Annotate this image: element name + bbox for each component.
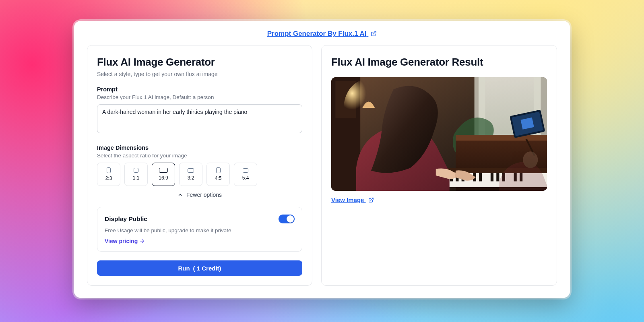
aspect-ratio-2-3[interactable]: 2:3 — [97, 163, 120, 186]
app-window: Prompt Generator By Flux.1 AI Flux AI Im… — [74, 21, 570, 298]
aspect-ratio-1-1[interactable]: 1:1 — [124, 163, 148, 186]
run-button-credits: ( 1 Credit) — [193, 265, 221, 272]
view-pricing-link[interactable]: View pricing — [105, 238, 145, 244]
dimensions-section: Image Dimensions Select the aspect ratio… — [97, 144, 302, 198]
ratio-label: 3:2 — [188, 175, 194, 181]
ratio-shape-icon — [107, 167, 111, 173]
ratio-shape-icon — [159, 168, 168, 173]
ratio-label: 5:4 — [242, 175, 249, 181]
generator-subtitle: Select a style, type to get your own flu… — [97, 71, 302, 77]
ratio-shape-icon — [134, 168, 138, 173]
dimensions-help: Select the aspect ratio for your image — [97, 153, 302, 159]
toggle-knob — [287, 215, 294, 223]
prompt-label: Prompt — [97, 86, 302, 93]
ratio-label: 4:5 — [215, 175, 222, 181]
external-link-icon — [368, 197, 374, 203]
svg-point-30 — [523, 151, 538, 168]
svg-line-31 — [370, 198, 373, 200]
prompt-help: Describe your Flux.1 AI image, Default: … — [97, 94, 302, 100]
aspect-ratio-4-5[interactable]: 4:5 — [206, 163, 230, 186]
arrow-right-icon — [139, 238, 145, 244]
prompt-generator-link-label: Prompt Generator By Flux.1 AI — [267, 30, 367, 37]
dimensions-label: Image Dimensions — [97, 144, 302, 151]
prompt-generator-link[interactable]: Prompt Generator By Flux.1 AI — [267, 30, 377, 37]
view-image-link[interactable]: View Image — [331, 196, 374, 203]
run-button-label: Run — [178, 265, 190, 272]
display-public-box: Display Public Free Usage will be public… — [97, 207, 302, 252]
columns: Flux AI Image Generator Select a style, … — [87, 45, 557, 286]
result-card: Flux AI Image Generator Result — [321, 45, 557, 286]
ratio-shape-icon — [216, 167, 221, 173]
aspect-ratio-3-2[interactable]: 3:2 — [179, 163, 202, 186]
result-image — [331, 77, 547, 191]
view-image-label: View Image — [331, 196, 364, 203]
prompt-section: Prompt Describe your Flux.1 AI image, De… — [97, 86, 302, 135]
display-public-toggle[interactable] — [279, 215, 295, 223]
svg-rect-20 — [496, 172, 499, 182]
svg-rect-10 — [456, 135, 547, 140]
header-link-row: Prompt Generator By Flux.1 AI — [87, 30, 557, 38]
prompt-input[interactable] — [97, 104, 302, 133]
svg-rect-19 — [491, 172, 493, 182]
aspect-ratio-group: 2:31:116:93:24:55:4 — [97, 163, 302, 186]
fewer-options-label: Fewer options — [186, 192, 222, 198]
svg-rect-18 — [479, 172, 482, 182]
chevron-up-icon — [178, 192, 183, 198]
aspect-ratio-16-9[interactable]: 16:9 — [152, 163, 175, 186]
external-link-icon — [371, 31, 377, 37]
ratio-label: 2:3 — [105, 175, 112, 181]
display-public-help: Free Usage will be public, upgrade to ma… — [105, 227, 295, 233]
ratio-label: 1:1 — [133, 175, 140, 181]
ratio-shape-icon — [188, 168, 194, 173]
display-public-header: Display Public — [105, 215, 295, 223]
fewer-options-button[interactable]: Fewer options — [97, 192, 302, 198]
svg-line-0 — [374, 31, 376, 34]
run-button[interactable]: Run ( 1 Credit) — [97, 260, 302, 276]
result-title: Flux AI Image Generator Result — [331, 56, 547, 68]
aspect-ratio-5-4[interactable]: 5:4 — [234, 163, 257, 186]
generator-title: Flux AI Image Generator — [97, 56, 302, 68]
ratio-label: 16:9 — [159, 175, 168, 181]
display-public-title: Display Public — [105, 215, 147, 223]
view-pricing-label: View pricing — [105, 238, 138, 244]
ratio-shape-icon — [243, 168, 248, 173]
page-background: Prompt Generator By Flux.1 AI Flux AI Im… — [0, 0, 644, 322]
generator-card: Flux AI Image Generator Select a style, … — [87, 45, 312, 286]
